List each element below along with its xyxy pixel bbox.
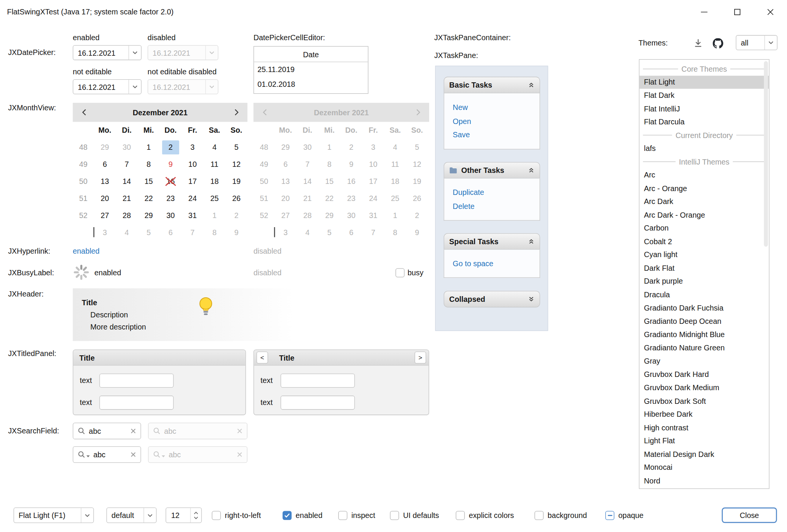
checkbox-enabled-label[interactable]: enabled [296,511,323,519]
datepicker-not-editable[interactable]: 16.12.2021 [73,79,142,94]
task-link-new[interactable]: New [453,100,540,114]
checkbox-ui-defaults-label[interactable]: UI defaults [403,511,439,519]
searchfield-enabled[interactable]: abc [73,423,141,439]
theme-item-flat-light[interactable]: Flat Light [639,75,769,89]
day-cell[interactable]: 3 [181,139,203,156]
day-cell[interactable]: 6 [160,224,182,241]
theme-item-gruvbox-dark-medium[interactable]: Gruvbox Dark Medium [639,381,769,394]
day-cell[interactable]: 4 [116,224,138,241]
theme-item-arc-orange[interactable]: Arc - Orange [639,182,769,195]
day-cell[interactable]: 22 [138,190,160,207]
theme-item-lafs[interactable]: lafs [639,142,769,155]
text-input[interactable] [99,395,174,410]
next-month-button[interactable] [225,109,247,116]
theme-item-gruvbox-dark-soft[interactable]: Gruvbox Dark Soft [639,394,769,408]
day-cell[interactable]: 5 [138,224,160,241]
theme-item-gradianto-midnight-blue[interactable]: Gradianto Midnight Blue [639,328,769,341]
busy-checkbox-label[interactable]: busy [408,268,423,276]
busy-checkbox[interactable] [395,268,405,277]
theme-item-hiberbee-dark[interactable]: Hiberbee Dark [639,408,769,421]
theme-item-dark-purple[interactable]: Dark purple [639,275,769,288]
day-cell[interactable]: 30 [160,207,182,224]
day-cell[interactable]: 13 [94,173,116,190]
day-cell[interactable]: 2 [225,207,247,224]
theme-item-gradianto-deep-ocean[interactable]: Gradianto Deep Ocean [639,315,769,328]
text-input[interactable] [99,373,174,388]
day-cell[interactable]: 17 [181,173,203,190]
theme-item-gruvbox-dark-hard[interactable]: Gruvbox Dark Hard [639,368,769,381]
day-cell[interactable]: 21 [116,190,138,207]
checkbox-explicit-colors-label[interactable]: explicit colors [469,511,514,519]
day-cell[interactable]: 28 [116,207,138,224]
day-cell[interactable]: 1 [203,207,225,224]
font-size-spinner[interactable]: 12 [165,507,201,523]
day-cell[interactable]: 16 [160,173,182,190]
day-cell[interactable]: 7 [181,224,203,241]
day-cell[interactable]: 29 [138,207,160,224]
task-link-open[interactable]: Open [453,114,540,128]
day-cell[interactable]: 9 [225,224,247,241]
theme-item-dark-flat[interactable]: Dark Flat [639,262,769,275]
day-cell[interactable]: 24 [181,190,203,207]
theme-item-dracula[interactable]: Dracula [639,288,769,301]
day-cell[interactable]: 2 [160,139,182,156]
day-cell[interactable]: 10 [181,156,203,173]
theme-item-flat-dark[interactable]: Flat Dark [639,89,769,102]
checkbox-right-to-left-label[interactable]: right-to-left [225,511,261,519]
day-cell[interactable]: 15 [138,173,160,190]
day-cell[interactable]: 25 [203,190,225,207]
day-cell[interactable]: 12 [225,156,247,173]
checkbox-enabled[interactable] [283,511,292,520]
theme-item-material-design-dark[interactable]: Material Design Dark [639,447,769,461]
day-cell[interactable]: 5 [225,139,247,156]
datepicker-enabled[interactable]: 16.12.2021 [73,45,142,60]
text-input[interactable] [280,395,355,410]
day-cell[interactable]: 3 [94,224,116,241]
theme-item-gray[interactable]: Gray [639,355,769,368]
github-button[interactable] [711,37,724,50]
day-cell[interactable]: 7 [116,156,138,173]
clear-x-icon[interactable] [131,452,136,457]
close-button[interactable]: Close [722,507,777,523]
day-cell[interactable]: 18 [203,173,225,190]
download-themes-button[interactable] [692,37,705,50]
titledpanel-prev-button[interactable]: < [257,352,268,364]
day-cell[interactable]: 8 [138,156,160,173]
theme-item-arc[interactable]: Arc [639,168,769,182]
task-link-duplicate[interactable]: Duplicate [453,185,540,199]
checkbox-opaque-label[interactable]: opaque [619,511,644,519]
checkbox-ui-defaults[interactable] [390,511,399,520]
text-input[interactable] [280,373,355,388]
task-link-go-to-space[interactable]: Go to space [453,257,540,270]
style-combobox[interactable]: default [106,507,156,523]
celleditor-row[interactable]: 01.02.2018 [254,77,368,91]
day-cell[interactable]: 27 [94,207,116,224]
day-cell[interactable]: 31 [181,207,203,224]
day-cell[interactable]: 20 [94,190,116,207]
theme-item-carbon[interactable]: Carbon [639,222,769,235]
theme-item-cobalt-2[interactable]: Cobalt 2 [639,235,769,248]
task-link-delete[interactable]: Delete [453,199,540,213]
day-cell[interactable]: 14 [116,173,138,190]
theme-item-arc-dark-orange[interactable]: Arc Dark - Orange [639,208,769,221]
checkbox-explicit-colors[interactable] [456,511,465,520]
day-cell[interactable]: 6 [94,156,116,173]
checkbox-opaque[interactable] [605,511,614,520]
theme-item-nord[interactable]: Nord [639,474,769,487]
taskpane-header[interactable]: Special Tasks [444,233,540,250]
clear-x-icon[interactable] [131,428,136,434]
day-cell[interactable]: 19 [225,173,247,190]
task-link-save[interactable]: Save [453,128,540,142]
laf-combobox[interactable]: Flat Light (F1) [14,507,94,523]
checkbox-inspect[interactable] [338,511,347,520]
theme-item-monocai[interactable]: Monocai [639,461,769,474]
theme-item-gradianto-nature-green[interactable]: Gradianto Nature Green [639,341,769,355]
minimize-button[interactable] [688,0,721,24]
theme-item-cyan-light[interactable]: Cyan light [639,248,769,262]
day-cell[interactable]: 23 [160,190,182,207]
spinner-arrows[interactable] [190,508,201,523]
taskpane-header[interactable]: Basic Tasks [444,77,540,93]
checkbox-background-label[interactable]: background [548,511,587,519]
day-cell[interactable]: 9 [160,156,182,173]
theme-item-light-flat[interactable]: Light Flat [639,434,769,447]
